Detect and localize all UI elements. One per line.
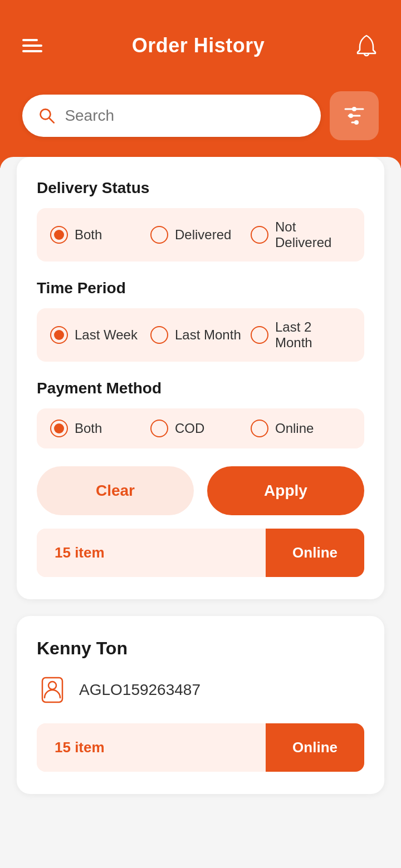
radio-last-2-month-label: Last 2 Month xyxy=(275,319,351,351)
time-period-options: Last Week Last Month Last 2 Month xyxy=(37,308,364,362)
time-period-title: Time Period xyxy=(37,279,364,297)
payment-method-section: Payment Method Both COD Online xyxy=(37,379,364,448)
radio-last-week-label: Last Week xyxy=(75,327,138,343)
summary-payment-type: Online xyxy=(266,529,364,577)
delivery-status-title: Delivery Status xyxy=(37,179,364,197)
order-id-row: AGLO159263487 xyxy=(37,674,364,706)
payment-method-title: Payment Method xyxy=(37,379,364,397)
radio-both-label: Both xyxy=(75,227,102,243)
main-content: Delivery Status Both Delivered Not Deliv… xyxy=(0,157,401,833)
radio-payment-both-circle xyxy=(50,420,68,437)
filter-buttons: Clear Apply xyxy=(37,466,364,515)
radio-online-label: Online xyxy=(275,421,314,436)
radio-payment-both-label: Both xyxy=(75,421,102,436)
menu-icon[interactable] xyxy=(22,39,42,52)
search-bar[interactable] xyxy=(22,95,321,137)
delivery-status-delivered[interactable]: Delivered xyxy=(150,226,251,244)
filter-button[interactable] xyxy=(330,91,379,140)
order-payment-type: Online xyxy=(266,723,364,772)
filter-icon xyxy=(342,103,366,128)
time-period-last-2-month[interactable]: Last 2 Month xyxy=(251,319,351,351)
page-title: Order History xyxy=(132,34,265,57)
order-id-text: AGLO159263487 xyxy=(79,681,200,699)
radio-last-month-circle xyxy=(150,326,168,344)
clear-button[interactable]: Clear xyxy=(37,466,194,515)
time-period-section: Time Period Last Week Last Month Last 2 … xyxy=(37,279,364,362)
radio-delivered-label: Delivered xyxy=(175,227,231,243)
payment-both[interactable]: Both xyxy=(50,420,150,437)
order-item-count: 15 item xyxy=(37,723,266,772)
delivery-status-both[interactable]: Both xyxy=(50,226,150,244)
order-id-icon xyxy=(37,674,68,706)
radio-last-month-label: Last Month xyxy=(175,327,241,343)
time-period-last-month[interactable]: Last Month xyxy=(150,326,251,344)
delivery-status-options: Both Delivered Not Delivered xyxy=(37,208,364,262)
app-header: Order History xyxy=(0,0,401,80)
order-card[interactable]: Kenny Ton AGLO159263487 15 item Online xyxy=(17,616,384,794)
svg-point-1 xyxy=(352,107,356,111)
time-period-last-week[interactable]: Last Week xyxy=(50,326,150,344)
customer-name: Kenny Ton xyxy=(37,638,364,659)
svg-point-2 xyxy=(349,114,353,118)
search-section xyxy=(0,80,401,168)
radio-last-week-circle xyxy=(50,326,68,344)
summary-item-row: 15 item Online xyxy=(37,529,364,577)
apply-button[interactable]: Apply xyxy=(207,466,364,515)
delivery-status-section: Delivery Status Both Delivered Not Deliv… xyxy=(37,179,364,262)
payment-cod[interactable]: COD xyxy=(150,420,251,437)
radio-cod-label: COD xyxy=(175,421,204,436)
svg-point-3 xyxy=(354,120,359,125)
filter-card: Delivery Status Both Delivered Not Deliv… xyxy=(17,157,384,599)
notification-bell-icon[interactable] xyxy=(354,33,379,58)
search-input[interactable] xyxy=(65,107,305,125)
radio-not-delivered-label: Not Delivered xyxy=(275,219,351,250)
radio-online-circle xyxy=(251,420,268,437)
summary-item-count: 15 item xyxy=(37,529,266,577)
radio-last-2-month-circle xyxy=(251,326,268,344)
radio-delivered-circle xyxy=(150,226,168,244)
payment-method-options: Both COD Online xyxy=(37,408,364,448)
radio-not-delivered-circle xyxy=(251,226,268,244)
radio-cod-circle xyxy=(150,420,168,437)
order-item-row: 15 item Online xyxy=(37,723,364,772)
radio-both-circle xyxy=(50,226,68,244)
delivery-status-not-delivered[interactable]: Not Delivered xyxy=(251,219,351,250)
svg-point-5 xyxy=(48,682,56,689)
search-icon xyxy=(38,106,56,126)
payment-online[interactable]: Online xyxy=(251,420,351,437)
